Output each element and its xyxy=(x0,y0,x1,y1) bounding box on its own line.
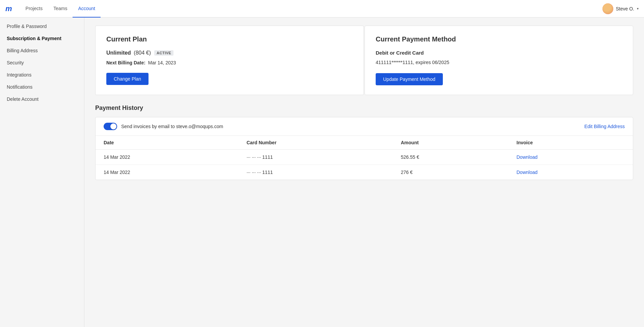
table-row: 14 Mar 2022 ··· ··· ··· 1111 276 € Downl… xyxy=(96,165,633,180)
current-plan-title: Current Plan xyxy=(106,35,353,43)
current-payment-title: Current Payment Method xyxy=(376,35,622,43)
user-menu[interactable]: Steve O. ▾ xyxy=(602,3,639,14)
sidebar-item-profile-password[interactable]: Profile & Password xyxy=(0,20,84,32)
toggle-left: Send invoices by email to steve.o@moqups… xyxy=(104,123,223,130)
payment-type: Debit or Credit Card xyxy=(376,50,622,56)
cell-amount: 276 € xyxy=(393,165,508,180)
update-payment-button[interactable]: Update Payment Method xyxy=(376,73,443,85)
sidebar-item-notifications[interactable]: Notifications xyxy=(0,81,84,93)
plan-name-text: Unlimited (804 €) xyxy=(106,50,151,56)
col-card-number: Card Number xyxy=(238,136,393,150)
payment-history-card: Send invoices by email to steve.o@moqups… xyxy=(95,117,633,180)
col-amount: Amount xyxy=(393,136,508,150)
plan-name: Unlimited (804 €) ACTIVE xyxy=(106,50,353,56)
cell-card: ··· ··· ··· 1111 xyxy=(238,165,393,180)
card-number-exp: 411111******1111, expires 06/2025 xyxy=(376,60,622,65)
logo[interactable]: m xyxy=(5,4,12,13)
invoice-toggle-row: Send invoices by email to steve.o@moqups… xyxy=(96,117,633,136)
payment-history-title: Payment History xyxy=(95,105,633,112)
cell-invoice: Download xyxy=(508,165,633,180)
invoice-toggle-label: Send invoices by email to steve.o@moqups… xyxy=(121,124,223,129)
nav-projects[interactable]: Projects xyxy=(20,0,48,18)
nav-teams[interactable]: Teams xyxy=(48,0,73,18)
sidebar-item-security[interactable]: Security xyxy=(0,57,84,69)
payment-table: Date Card Number Amount Invoice 14 Mar 2… xyxy=(96,136,633,180)
sidebar-item-billing-address[interactable]: Billing Address xyxy=(0,44,84,57)
nav-links: Projects Teams Account xyxy=(20,0,101,18)
col-date: Date xyxy=(96,136,238,150)
main-content: Current Plan Unlimited (804 €) ACTIVE Ne… xyxy=(84,18,644,327)
table-header-row: Date Card Number Amount Invoice xyxy=(96,136,633,150)
edit-billing-link[interactable]: Edit Billing Address xyxy=(584,124,625,129)
top-nav: m Projects Teams Account Steve O. ▾ xyxy=(0,0,644,18)
next-billing: Next Billing Date: Mar 14, 2023 xyxy=(106,60,353,65)
cell-date: 14 Mar 2022 xyxy=(96,165,238,180)
sidebar-item-integrations[interactable]: Integrations xyxy=(0,69,84,81)
current-payment-card: Current Payment Method Debit or Credit C… xyxy=(365,26,633,95)
sidebar: Profile & Password Subscription & Paymen… xyxy=(0,18,84,327)
col-invoice: Invoice xyxy=(508,136,633,150)
payment-history-section: Payment History Send invoices by email t… xyxy=(95,105,633,180)
cell-card: ··· ··· ··· 1111 xyxy=(238,150,393,165)
sidebar-item-delete-account[interactable]: Delete Account xyxy=(0,93,84,105)
toggle-thumb xyxy=(110,123,116,129)
sidebar-item-subscription-payment[interactable]: Subscription & Payment xyxy=(0,32,84,44)
table-row: 14 Mar 2022 ··· ··· ··· 1111 526.55 € Do… xyxy=(96,150,633,165)
active-badge: ACTIVE xyxy=(154,50,173,56)
avatar xyxy=(602,3,613,14)
change-plan-button[interactable]: Change Plan xyxy=(106,73,149,85)
download-link[interactable]: Download xyxy=(516,154,537,160)
top-cards-row: Current Plan Unlimited (804 €) ACTIVE Ne… xyxy=(95,26,633,95)
cell-invoice: Download xyxy=(508,150,633,165)
nav-account[interactable]: Account xyxy=(73,0,101,18)
invoice-toggle[interactable] xyxy=(104,123,117,130)
user-name: Steve O. xyxy=(616,6,634,11)
layout: Profile & Password Subscription & Paymen… xyxy=(0,18,644,327)
cell-amount: 526.55 € xyxy=(393,150,508,165)
chevron-down-icon: ▾ xyxy=(637,7,639,10)
current-plan-card: Current Plan Unlimited (804 €) ACTIVE Ne… xyxy=(95,26,364,95)
download-link[interactable]: Download xyxy=(516,170,537,175)
cell-date: 14 Mar 2022 xyxy=(96,150,238,165)
